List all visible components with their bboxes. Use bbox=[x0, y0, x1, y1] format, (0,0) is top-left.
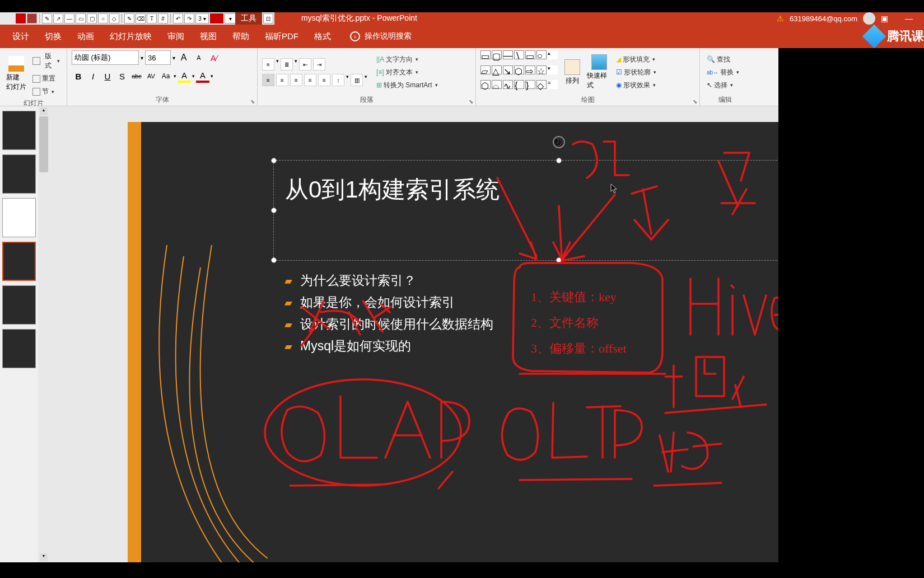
highlight-button[interactable]: A bbox=[178, 69, 191, 83]
selection-handle[interactable] bbox=[556, 158, 562, 163]
dialog-launcher-icon[interactable]: ⬊ bbox=[469, 98, 473, 105]
window-title: mysql索引优化.pptx - PowerPoint bbox=[301, 13, 417, 24]
slide-thumb[interactable] bbox=[2, 111, 36, 150]
menu-view[interactable]: 视图 bbox=[192, 27, 225, 46]
qat-fill-icon[interactable]: ▾ bbox=[225, 13, 236, 24]
layout-button[interactable]: 版式 bbox=[30, 50, 62, 72]
ribbon-options-icon[interactable]: ▣ bbox=[881, 14, 888, 23]
scroll-up-icon[interactable]: ▴ bbox=[40, 107, 48, 115]
spacing-button[interactable]: AV bbox=[144, 69, 158, 83]
shape-effects-button[interactable]: ◉形状效果 bbox=[614, 79, 659, 91]
dialog-launcher-icon[interactable]: ⬊ bbox=[693, 98, 697, 105]
qat-num-icon[interactable]: # bbox=[158, 13, 168, 24]
qat-highlight-icon[interactable]: ✎ bbox=[124, 13, 134, 24]
slide-thumb-active[interactable] bbox=[2, 242, 36, 281]
arrange-button[interactable]: 排列 bbox=[560, 50, 585, 94]
qat-text-icon[interactable]: T bbox=[147, 13, 157, 24]
increase-font-button[interactable]: A bbox=[177, 51, 190, 64]
qat-icon[interactable]: ⊡ bbox=[263, 13, 273, 24]
dialog-launcher-icon[interactable]: ⬊ bbox=[250, 98, 255, 105]
qat-color-icon[interactable] bbox=[210, 13, 223, 24]
minimize-icon[interactable]: — bbox=[905, 14, 913, 23]
select-button[interactable]: ↖选择 bbox=[704, 79, 741, 91]
align-center-button[interactable]: ≡ bbox=[276, 74, 288, 86]
selection-handle[interactable] bbox=[556, 257, 562, 263]
bullets-button[interactable]: ≡ bbox=[262, 58, 274, 71]
qat-pen-icon[interactable]: ✎ bbox=[42, 13, 52, 24]
line-spacing-button[interactable]: ↕ bbox=[332, 74, 344, 86]
qat-rect-icon[interactable]: ▭ bbox=[76, 13, 86, 24]
case-button[interactable]: Aa bbox=[159, 69, 172, 83]
slide-thumb[interactable] bbox=[2, 154, 36, 194]
new-slide-button[interactable]: 新建 幻灯片 bbox=[4, 50, 28, 97]
tell-me-search[interactable]: ♀ 操作说明搜索 bbox=[350, 31, 412, 41]
menu-transitions[interactable]: 切换 bbox=[37, 27, 69, 46]
numbering-button[interactable]: ≣ bbox=[281, 58, 293, 71]
slide-thumb[interactable] bbox=[2, 285, 36, 325]
font-color-button[interactable]: A bbox=[196, 69, 209, 83]
clear-format-button[interactable]: A⁄ bbox=[207, 51, 221, 64]
outdent-button[interactable]: ⇤ bbox=[299, 58, 311, 71]
align-text-button[interactable]: [≡]对齐文本 bbox=[374, 67, 440, 78]
indent-button[interactable]: ⇥ bbox=[313, 58, 325, 71]
smartart-button[interactable]: ⊞转换为 SmartArt bbox=[374, 79, 440, 91]
menu-foxit[interactable]: 福昕PDF bbox=[257, 27, 306, 46]
shadow-button[interactable]: S bbox=[115, 69, 129, 83]
strike-button[interactable]: abc bbox=[130, 69, 143, 83]
italic-button[interactable]: I bbox=[86, 69, 100, 83]
qat-line-icon[interactable]: — bbox=[64, 13, 74, 24]
replace-button[interactable]: ab↔替换 bbox=[704, 67, 741, 78]
group-editing-label: 编辑 bbox=[704, 94, 746, 106]
selection-handle[interactable] bbox=[271, 257, 277, 263]
shapes-gallery[interactable]: ▭▢—∖▭○▴ ▱△↘⬡⇨☆▾ ⬡⌓∿{}◇≡ bbox=[480, 50, 558, 94]
menu-design[interactable]: 设计 bbox=[4, 27, 37, 46]
slide-title-text[interactable]: 从0到1构建索引系统 bbox=[274, 161, 778, 219]
shape-fill-button[interactable]: ◢形状填充 bbox=[614, 54, 659, 65]
find-button[interactable]: 🔍查找 bbox=[704, 54, 741, 65]
menu-slideshow[interactable]: 幻灯片放映 bbox=[102, 27, 160, 46]
selection-handle[interactable] bbox=[271, 158, 277, 163]
distribute-button[interactable]: ≡ bbox=[318, 74, 330, 86]
font-size-select[interactable]: 36 bbox=[145, 50, 171, 65]
menu-help[interactable]: 帮助 bbox=[225, 27, 257, 46]
scroll-thumb[interactable] bbox=[39, 116, 48, 172]
menu-animation[interactable]: 动画 bbox=[69, 27, 102, 46]
text-direction-button[interactable]: ||A文字方向 bbox=[374, 54, 440, 65]
qat-roundrect-icon[interactable]: ▢ bbox=[87, 13, 97, 24]
decrease-font-button[interactable]: A bbox=[192, 51, 206, 64]
qat-eraser-icon[interactable]: ⌫ bbox=[136, 13, 146, 24]
slide-canvas[interactable]: ↻ 从0到1构建索引系统 ▰为什么要设计索引？ ▰如果是你，会如何设计索引 ▰设… bbox=[128, 122, 778, 562]
mouse-cursor bbox=[610, 184, 618, 194]
svg-line-2 bbox=[290, 485, 380, 486]
slide-thumb[interactable] bbox=[2, 198, 36, 237]
rotate-handle[interactable]: ↻ bbox=[553, 136, 565, 148]
reset-button[interactable]: 重置 bbox=[30, 73, 62, 84]
thumb-scrollbar[interactable]: ▴ ▾ bbox=[38, 106, 49, 562]
menu-format[interactable]: 格式 bbox=[306, 27, 339, 46]
underline-button[interactable]: U bbox=[101, 69, 114, 83]
menu-review[interactable]: 审阅 bbox=[160, 27, 192, 46]
qat-icon[interactable] bbox=[27, 13, 37, 24]
align-right-button[interactable]: ≡ bbox=[290, 74, 302, 86]
qat-icon[interactable] bbox=[16, 13, 26, 24]
slide-thumb[interactable] bbox=[2, 329, 36, 368]
qat-redo-icon[interactable]: ↷ bbox=[184, 13, 194, 24]
font-name-select[interactable]: 幼圆 (标题) bbox=[72, 50, 139, 65]
qat-diamond-icon[interactable]: ◇ bbox=[109, 13, 119, 24]
columns-button[interactable]: ▥ bbox=[351, 74, 363, 86]
selection-handle[interactable] bbox=[271, 208, 277, 213]
align-left-button[interactable]: ≡ bbox=[262, 74, 274, 86]
shape-outline-button[interactable]: ☑形状轮廓 bbox=[614, 67, 659, 78]
avatar[interactable] bbox=[863, 12, 875, 25]
user-email[interactable]: 631989464@qq.com bbox=[790, 15, 857, 23]
qat-undo-icon[interactable]: ↶ bbox=[173, 13, 183, 24]
scroll-down-icon[interactable]: ▾ bbox=[40, 553, 48, 561]
justify-button[interactable]: ≡ bbox=[304, 74, 316, 86]
title-textbox-selected[interactable]: ↻ 从0到1构建索引系统 bbox=[273, 160, 778, 261]
section-button[interactable]: 节 bbox=[30, 86, 62, 97]
quick-styles-button[interactable]: 快速样式 bbox=[587, 50, 612, 94]
bold-button[interactable]: B bbox=[72, 69, 85, 83]
qat-size-icon[interactable]: 3 ▾ bbox=[195, 13, 209, 24]
qat-icon[interactable]: ↗ bbox=[53, 13, 63, 24]
qat-circle-icon[interactable]: ○ bbox=[98, 13, 108, 24]
